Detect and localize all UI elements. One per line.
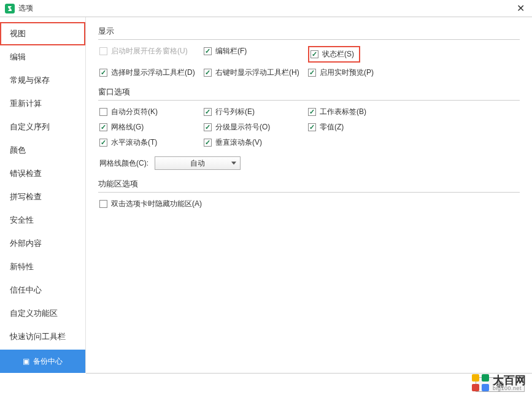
checkbox-label: 双击选项卡时隐藏功能区(A) xyxy=(111,199,202,209)
ribbon-options-grid: 双击选项卡时隐藏功能区(A) xyxy=(98,199,520,209)
checkbox-box xyxy=(310,50,318,58)
window-checkbox-4[interactable]: 分级显示符号(O) xyxy=(204,122,308,132)
grid-color-label: 网格线颜色(C): xyxy=(99,158,148,169)
checkbox-box xyxy=(308,123,316,131)
checkbox-box xyxy=(99,108,107,116)
grid-color-value: 自动 xyxy=(190,158,205,169)
window-checkbox-6[interactable]: 水平滚动条(T) xyxy=(99,137,204,148)
sidebar-item-10[interactable]: 新特性 xyxy=(0,255,85,278)
checkbox-label: 右键时显示浮动工具栏(H) xyxy=(215,67,299,78)
section-window-title: 窗口选项 xyxy=(98,86,520,101)
sidebar-item-1[interactable]: 编辑 xyxy=(0,45,85,69)
grid-color-dropdown[interactable]: 自动 xyxy=(155,156,241,170)
display-checkbox-1[interactable]: 编辑栏(F) xyxy=(204,46,308,56)
checkbox-label: 零值(Z) xyxy=(320,122,344,132)
section-display-title: 显示 xyxy=(98,26,520,40)
checkbox-box xyxy=(204,47,212,55)
watermark: 大百网 big100.net xyxy=(472,374,526,391)
display-checkbox-0: 启动时展开任务窗格(U) xyxy=(99,46,204,56)
window-checkbox-3[interactable]: 网格线(G) xyxy=(99,122,204,132)
checkbox-label: 工作表标签(B) xyxy=(320,107,366,117)
checkbox-label: 状态栏(S) xyxy=(322,49,354,59)
checkbox-label: 垂直滚动条(V) xyxy=(215,137,262,148)
checkbox-label: 启动时展开任务窗格(U) xyxy=(111,46,188,56)
window-checkbox-0[interactable]: 自动分页符(K) xyxy=(99,107,204,117)
checkbox-label: 自动分页符(K) xyxy=(111,107,158,117)
backup-label: 备份中心 xyxy=(33,356,63,367)
app-logo-icon xyxy=(5,4,15,13)
checkbox-box xyxy=(204,69,212,77)
checkbox-box xyxy=(99,200,107,208)
content-panel: 显示 启动时展开任务窗格(U)编辑栏(F)状态栏(S)选择时显示浮动工具栏(D)… xyxy=(86,17,532,373)
window-title: 选项 xyxy=(18,3,514,13)
close-icon[interactable]: ✕ xyxy=(514,2,527,14)
checkbox-box xyxy=(99,123,107,131)
checkbox-label: 行号列标(E) xyxy=(215,107,255,117)
window-checkbox-7[interactable]: 垂直滚动条(V) xyxy=(204,137,308,148)
sidebar-item-3[interactable]: 重新计算 xyxy=(0,92,85,115)
window-checkbox-5[interactable]: 零值(Z) xyxy=(308,122,412,132)
sidebar-item-0[interactable]: 视图 xyxy=(0,22,85,45)
sidebar-item-11[interactable]: 信任中心 xyxy=(0,278,85,302)
display-checkbox-3[interactable]: 选择时显示浮动工具栏(D) xyxy=(99,67,204,78)
window-checkbox-2[interactable]: 工作表标签(B) xyxy=(308,107,412,117)
checkbox-label: 选择时显示浮动工具栏(D) xyxy=(111,67,195,78)
backup-icon: ▣ xyxy=(23,357,29,366)
sidebar-item-4[interactable]: 自定义序列 xyxy=(0,115,85,139)
checkbox-box xyxy=(204,123,212,131)
checkbox-box xyxy=(204,108,212,116)
checkbox-box xyxy=(204,139,212,147)
checkbox-label: 水平滚动条(T) xyxy=(111,137,157,148)
sidebar-item-9[interactable]: 外部内容 xyxy=(0,232,85,255)
checkbox-box xyxy=(99,139,107,147)
backup-center-button[interactable]: ▣ 备份中心 xyxy=(0,350,85,373)
checkbox-box xyxy=(308,69,316,77)
footer: 确 xyxy=(86,373,532,395)
checkbox-box xyxy=(308,108,316,116)
sidebar-item-13[interactable]: 快速访问工具栏 xyxy=(0,325,85,348)
window-options-grid: 自动分页符(K)行号列标(E)工作表标签(B)网格线(G)分级显示符号(O)零值… xyxy=(98,107,520,148)
display-checkbox-4[interactable]: 右键时显示浮动工具栏(H) xyxy=(204,67,308,78)
window-checkbox-1[interactable]: 行号列标(E) xyxy=(204,107,308,117)
sidebar-item-6[interactable]: 错误检查 xyxy=(0,162,85,185)
display-checkbox-5[interactable]: 启用实时预览(P) xyxy=(308,67,412,78)
watermark-url: big100.net xyxy=(493,386,526,391)
watermark-text: 大百网 xyxy=(493,375,526,386)
checkbox-label: 网格线(G) xyxy=(111,122,144,132)
checkbox-label: 编辑栏(F) xyxy=(215,46,247,56)
highlight-box: 状态栏(S) xyxy=(308,46,360,63)
sidebar-item-12[interactable]: 自定义功能区 xyxy=(0,302,85,325)
chevron-down-icon xyxy=(231,162,236,165)
sidebar-item-5[interactable]: 颜色 xyxy=(0,139,85,162)
grid-color-row: 网格线颜色(C): 自动 xyxy=(98,156,520,170)
section-ribbon-title: 功能区选项 xyxy=(98,178,520,193)
watermark-logo-icon xyxy=(472,374,489,391)
checkbox-label: 启用实时预览(P) xyxy=(320,67,374,78)
display-options-grid: 启动时展开任务窗格(U)编辑栏(F)状态栏(S)选择时显示浮动工具栏(D)右键时… xyxy=(98,46,520,78)
display-checkbox-2[interactable]: 状态栏(S) xyxy=(310,49,354,59)
checkbox-box xyxy=(99,69,107,77)
ribbon-checkbox-0[interactable]: 双击选项卡时隐藏功能区(A) xyxy=(99,199,520,209)
sidebar: 视图编辑常规与保存重新计算自定义序列颜色错误检查拼写检查安全性外部内容新特性信任… xyxy=(0,17,86,373)
checkbox-label: 分级显示符号(O) xyxy=(215,122,270,132)
sidebar-item-2[interactable]: 常规与保存 xyxy=(0,69,85,92)
checkbox-box xyxy=(99,47,107,55)
sidebar-item-8[interactable]: 安全性 xyxy=(0,209,85,232)
titlebar: 选项 ✕ xyxy=(0,0,532,17)
sidebar-item-7[interactable]: 拼写检查 xyxy=(0,185,85,209)
